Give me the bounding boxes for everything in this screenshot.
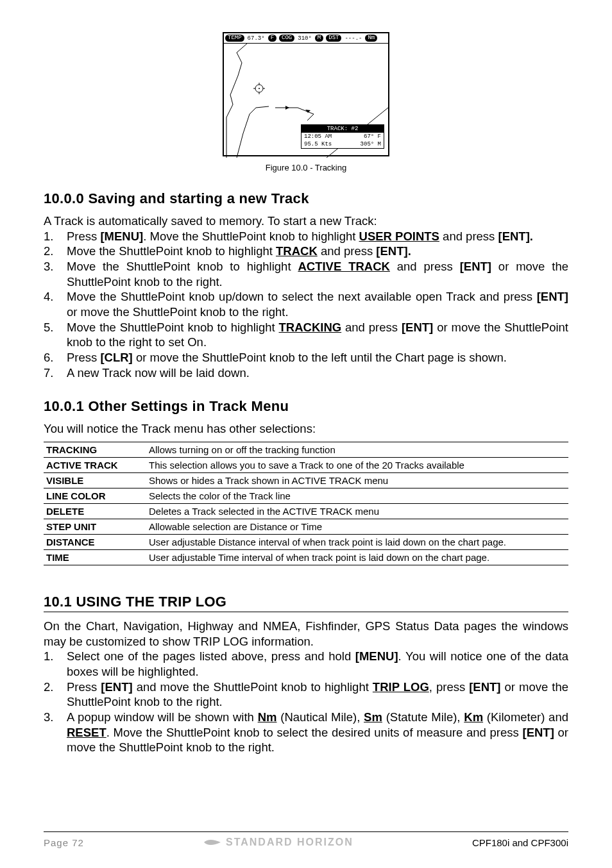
list-item: 1.Select one of the pages listed above, … (44, 649, 568, 679)
table-row: TRACKINGAllows turning on or off the tra… (44, 442, 568, 458)
list-item: 2.Press [ENT] and move the ShuttlePoint … (44, 680, 568, 710)
table-row: DELETEDeletes a Track selected in the AC… (44, 504, 568, 519)
setting-key: STEP UNIT (44, 519, 146, 535)
list-item: 1.Press [MENU]. Move the ShuttlePoint kn… (44, 229, 568, 244)
nm-pill: Nm (365, 35, 377, 42)
temp-val: 67.3° (246, 35, 267, 42)
m-pill: M (315, 35, 323, 42)
table-row: STEP UNITAllowable selection are Distanc… (44, 519, 568, 535)
list-item: 5.Move the ShuttlePoint knob to highligh… (44, 320, 568, 350)
list-item: 7.A new Track now will be laid down. (44, 365, 568, 381)
heading-trip-log: 10.1 USING THE TRIP LOG (44, 594, 568, 612)
table-row: LINE COLORSelects the color of the Track… (44, 488, 568, 504)
panel-time: 12:05 AM (304, 133, 332, 140)
panel-row-2: 95.5 Kts 305° M (302, 140, 384, 148)
table-row: DISTANCEUser adjustable Distance interva… (44, 535, 568, 550)
table-row: VISIBLEShows or hides a Track shown in A… (44, 473, 568, 488)
list-item: 3.A popup window will be shown with Nm (… (44, 710, 568, 755)
heading-saving-track: 10.0.0 Saving and starting a new Track (44, 190, 568, 207)
setting-value: Shows or hides a Track shown in ACTIVE T… (146, 473, 568, 488)
list-item: 2.Move the ShuttlePoint knob to highligh… (44, 244, 568, 259)
settings-table: TRACKINGAllows turning on or off the tra… (44, 442, 568, 565)
page-number: Page 72 (44, 837, 84, 848)
list-item: 3.Move the ShuttlePoint knob to highligh… (44, 259, 568, 289)
brand-text: STANDARD HORIZON (226, 837, 353, 848)
figure-body: TRACK: #2 12:05 AM 67° F 95.5 Kts 305° M (224, 44, 388, 158)
list-item: 4.Move the ShuttlePoint knob up/down to … (44, 289, 568, 319)
setting-key: DELETE (44, 504, 146, 519)
intro-saving-track: A Track is automatically saved to memory… (44, 213, 568, 229)
table-row: ACTIVE TRACKThis selection allows you to… (44, 458, 568, 473)
temp-pill: TEMP (225, 35, 244, 42)
dst-pill: DST (326, 35, 341, 42)
steps-trip-log: 1.Select one of the pages listed above, … (44, 649, 568, 755)
dst-val: ---.- (343, 35, 364, 42)
setting-key: DISTANCE (44, 535, 146, 550)
setting-value: Selects the color of the Track line (146, 488, 568, 504)
panel-row-1: 12:05 AM 67° F (302, 133, 384, 140)
figure-tracking: TEMP 67.3° F COG 310° M DST ---.- Nm (44, 32, 568, 172)
svg-marker-6 (285, 106, 289, 110)
setting-value: User adjustable Distance interval of whe… (146, 535, 568, 550)
figure-topbar: TEMP 67.3° F COG 310° M DST ---.- Nm (224, 33, 388, 44)
brand-logo: STANDARD HORIZON (203, 836, 353, 849)
panel-head: TRACK: #2 (302, 125, 384, 133)
figure-caption: Figure 10.0 - Tracking (44, 163, 568, 172)
panel-temp: 67° F (364, 133, 381, 140)
figure-panel: TRACK: #2 12:05 AM 67° F 95.5 Kts 305° M (301, 124, 384, 149)
setting-key: TIME (44, 550, 146, 565)
panel-speed: 95.5 Kts (304, 141, 332, 147)
setting-key: LINE COLOR (44, 488, 146, 504)
figure-box: TEMP 67.3° F COG 310° M DST ---.- Nm (223, 32, 389, 156)
setting-value: Allows turning on or off the tracking fu… (146, 442, 568, 458)
steps-saving-track: 1.Press [MENU]. Move the ShuttlePoint kn… (44, 229, 568, 381)
f-pill: F (268, 35, 276, 42)
intro-trip-log: On the Chart, Navigation, Highway and NM… (44, 619, 568, 649)
intro-other-settings: You will notice the Track menu has other… (44, 421, 568, 437)
table-row: TIMEUser adjustable Time interval of whe… (44, 550, 568, 565)
svg-point-5 (259, 88, 260, 89)
list-item: 6.Press [CLR] or move the ShuttlePoint k… (44, 350, 568, 365)
panel-heading: 305° M (361, 141, 381, 147)
page-footer: Page 72 STANDARD HORIZON CPF180i and CPF… (44, 831, 568, 849)
setting-value: This selection allows you to save a Trac… (146, 458, 568, 473)
heading-other-settings: 10.0.1 Other Settings in Track Menu (44, 398, 568, 415)
setting-value: Allowable selection are Distance or Time (146, 519, 568, 535)
cog-pill: COG (279, 35, 294, 42)
setting-value: Deletes a Track selected in the ACTIVE T… (146, 504, 568, 519)
setting-value: User adjustable Time interval of when tr… (146, 550, 568, 565)
setting-key: VISIBLE (44, 473, 146, 488)
model-text: CPF180i and CPF300i (472, 837, 568, 848)
cog-val: 310° (296, 35, 314, 42)
setting-key: ACTIVE TRACK (44, 458, 146, 473)
setting-key: TRACKING (44, 442, 146, 458)
